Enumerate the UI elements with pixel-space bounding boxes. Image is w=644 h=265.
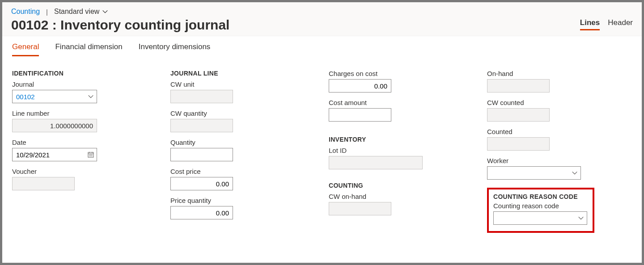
page-header: Counting | Standard view 00102 : Invento… — [2, 2, 642, 36]
section-tab-general[interactable]: General — [12, 40, 39, 56]
column-counting: On-hand CW counted Counted Worker — [487, 66, 632, 233]
cost-price-field[interactable] — [170, 177, 233, 190]
section-tab-inventory[interactable]: Inventory dimensions — [139, 40, 211, 56]
breadcrumb-separator: | — [46, 8, 48, 16]
label-counted: Counted — [487, 128, 632, 135]
cw-unit-field — [170, 90, 233, 103]
view-tabs: Lines Header — [580, 18, 633, 35]
quantity-field[interactable] — [170, 148, 233, 161]
breadcrumb-counting-link[interactable]: Counting — [11, 8, 40, 16]
on-hand-field — [487, 79, 550, 93]
tab-lines[interactable]: Lines — [580, 18, 600, 30]
heading-counting-reason-code: COUNTING REASON CODE — [493, 193, 588, 200]
counting-reason-code-select[interactable] — [493, 211, 587, 225]
label-voucher: Voucher — [12, 168, 157, 175]
column-inventory: Charges on cost Cost amount INVENTORY Lo… — [329, 66, 474, 233]
heading-inventory: INVENTORY — [329, 136, 474, 143]
label-cw-on-hand: CW on-hand — [329, 193, 474, 200]
breadcrumb: Counting | Standard view — [11, 8, 633, 16]
column-identification: IDENTIFICATION Journal Line number Date — [12, 66, 157, 233]
calendar-icon[interactable] — [85, 148, 97, 161]
page-title: 00102 : Inventory counting journal — [11, 17, 229, 35]
line-number-field — [12, 119, 97, 132]
heading-journal-line: JOURNAL LINE — [170, 70, 315, 77]
worker-select[interactable] — [487, 166, 581, 180]
voucher-field — [12, 177, 75, 190]
label-cost-price: Cost price — [170, 168, 315, 175]
label-worker: Worker — [487, 157, 632, 164]
label-lot-id: Lot ID — [329, 147, 474, 154]
label-journal: Journal — [12, 80, 157, 88]
view-selector-label: Standard view — [54, 8, 99, 16]
label-cw-counted: CW counted — [487, 99, 632, 106]
chevron-down-icon[interactable] — [85, 90, 97, 103]
cw-on-hand-field — [329, 202, 391, 215]
label-cw-quantity: CW quantity — [170, 109, 315, 117]
counted-field — [487, 137, 550, 151]
label-quantity: Quantity — [170, 139, 315, 146]
label-line-number: Line number — [12, 109, 157, 117]
form-content: IDENTIFICATION Journal Line number Date — [2, 56, 642, 242]
price-quantity-field[interactable] — [170, 206, 233, 219]
cost-amount-field[interactable] — [329, 108, 391, 122]
lot-id-field — [329, 156, 423, 169]
heading-counting: COUNTING — [329, 182, 474, 189]
label-on-hand: On-hand — [487, 70, 632, 77]
section-tabs: General Financial dimension Inventory di… — [2, 36, 642, 56]
label-counting-reason-code: Counting reason code — [493, 202, 588, 210]
label-charges-on-cost: Charges on cost — [329, 70, 474, 77]
heading-identification: IDENTIFICATION — [12, 70, 157, 77]
tab-header[interactable]: Header — [608, 18, 633, 30]
view-selector[interactable]: Standard view — [54, 8, 108, 16]
chevron-down-icon[interactable] — [568, 166, 581, 180]
label-cost-amount: Cost amount — [329, 99, 474, 106]
charges-on-cost-field[interactable] — [329, 79, 391, 93]
label-date: Date — [12, 139, 157, 146]
cw-counted-field — [487, 108, 550, 122]
chevron-down-icon — [102, 8, 108, 15]
cw-quantity-field — [170, 119, 233, 132]
section-tab-financial[interactable]: Financial dimension — [55, 40, 122, 56]
chevron-down-icon[interactable] — [575, 211, 587, 225]
label-cw-unit: CW unit — [170, 80, 315, 88]
column-journal-line: JOURNAL LINE CW unit CW quantity Quantit… — [170, 66, 315, 233]
counting-reason-code-section: COUNTING REASON CODE Counting reason cod… — [487, 188, 594, 233]
label-price-quantity: Price quantity — [170, 197, 315, 204]
